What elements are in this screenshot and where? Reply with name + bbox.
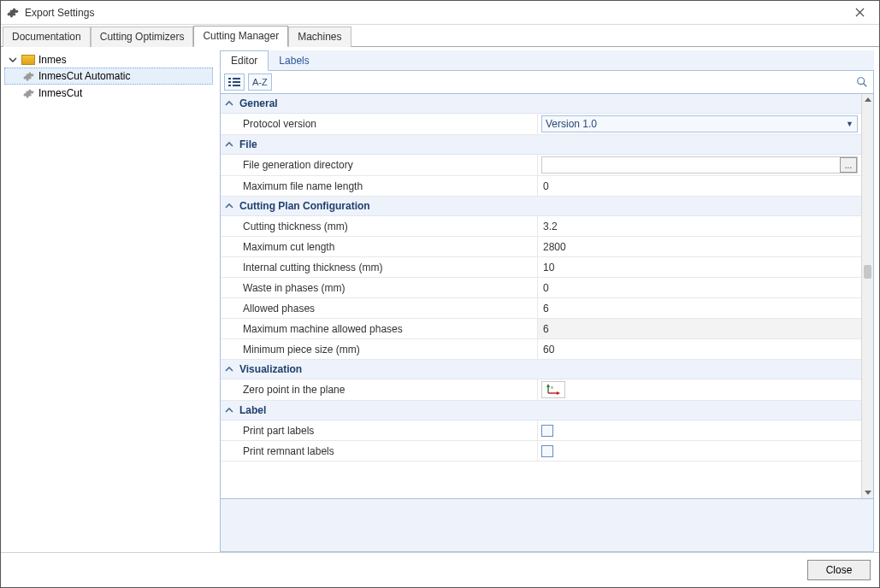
- label-print-remnant: Print remnant labels: [221, 441, 538, 461]
- main-tabs: Documentation Cutting Optimizers Cutting…: [1, 25, 879, 47]
- tab-cutting-manager[interactable]: Cutting Manager: [193, 26, 288, 47]
- tree-item-inmescut[interactable]: InmesCut: [4, 85, 213, 102]
- titlebar: Export Settings: [1, 1, 879, 25]
- section-title: General: [239, 97, 278, 109]
- svg-rect-3: [233, 81, 240, 83]
- row-print-part-labels: Print part labels: [221, 420, 861, 441]
- sidebar: Inmes InmesCut Automatic InmesCut: [1, 47, 216, 552]
- row-print-remnant-labels: Print remnant labels: [221, 441, 861, 462]
- section-general[interactable]: General: [221, 94, 861, 114]
- scrollbar-thumb[interactable]: [864, 265, 871, 279]
- label-max-filename: Maximum file name length: [221, 176, 538, 196]
- label-waste-phases: Waste in phases (mm): [221, 278, 538, 297]
- chevron-up-icon: [224, 405, 234, 415]
- section-cutting-plan[interactable]: Cutting Plan Configuration: [221, 197, 861, 216]
- tab-documentation[interactable]: Documentation: [3, 26, 91, 47]
- svg-marker-11: [557, 391, 560, 395]
- row-allowed-phases: Allowed phases: [221, 298, 861, 319]
- editor-panel: Editor Labels A-Z: [216, 47, 879, 552]
- inner-tab-editor[interactable]: Editor: [220, 50, 269, 71]
- search-icon: [856, 76, 870, 88]
- input-allowed-phases[interactable]: [541, 301, 858, 316]
- tab-machines[interactable]: Machines: [288, 26, 351, 47]
- svg-marker-9: [546, 384, 550, 387]
- chevron-up-icon: [224, 98, 234, 109]
- section-visualization[interactable]: Visualization: [221, 360, 861, 379]
- gear-icon: [21, 86, 35, 100]
- property-description-panel: [220, 499, 874, 552]
- section-title: Cutting Plan Configuration: [239, 200, 370, 212]
- chevron-up-icon: [224, 201, 234, 211]
- browse-button[interactable]: ...: [840, 157, 857, 173]
- tab-cutting-optimizers[interactable]: Cutting Optimizers: [91, 26, 194, 47]
- svg-line-7: [864, 84, 867, 87]
- categorized-view-button[interactable]: [224, 74, 245, 91]
- svg-point-6: [858, 78, 865, 85]
- label-max-machine-phases: Maximum machine allowed phases: [221, 319, 538, 338]
- gear-icon: [6, 6, 20, 20]
- checkbox-print-remnant[interactable]: [541, 445, 553, 457]
- zero-point-picker[interactable]: x: [541, 381, 565, 398]
- input-max-machine-phases: [541, 321, 858, 337]
- input-internal-thickness[interactable]: [541, 260, 858, 275]
- row-cutting-thickness: Cutting thickness (mm): [221, 216, 861, 237]
- label-cutting-thickness: Cutting thickness (mm): [221, 216, 538, 236]
- input-cutting-thickness[interactable]: [541, 219, 858, 234]
- row-internal-thickness: Internal cutting thickness (mm): [221, 257, 861, 278]
- row-protocol-version: Protocol version Version 1.0 ▼: [221, 114, 861, 135]
- tree-root-label: Inmes: [38, 54, 67, 66]
- chevron-down-icon: ▼: [846, 120, 853, 128]
- tree-item-inmescut-automatic[interactable]: InmesCut Automatic: [4, 68, 213, 85]
- row-max-cut-length: Maximum cut length: [221, 237, 861, 257]
- svg-rect-0: [228, 78, 231, 79]
- input-waste-phases[interactable]: [541, 280, 858, 296]
- section-label[interactable]: Label: [221, 401, 861, 420]
- brand-icon: [21, 55, 35, 65]
- row-max-machine-phases: Maximum machine allowed phases: [221, 319, 861, 339]
- vertical-scrollbar[interactable]: [861, 94, 873, 498]
- close-button[interactable]: Close: [807, 560, 871, 580]
- input-max-filename[interactable]: [541, 179, 858, 194]
- gear-icon: [21, 69, 35, 83]
- chevron-up-icon: [224, 364, 234, 374]
- collapse-icon[interactable]: [8, 55, 18, 65]
- file-directory-text[interactable]: [542, 157, 840, 173]
- dropdown-protocol-version[interactable]: Version 1.0 ▼: [541, 115, 858, 132]
- section-title: Label: [239, 404, 266, 416]
- label-allowed-phases: Allowed phases: [221, 298, 538, 318]
- input-min-piece-size[interactable]: [541, 342, 858, 357]
- dropdown-value: Version 1.0: [546, 118, 597, 130]
- window-close-button[interactable]: [842, 2, 877, 24]
- svg-rect-5: [233, 85, 240, 86]
- chevron-up-icon: [224, 139, 234, 150]
- svg-rect-2: [228, 81, 231, 83]
- inner-tabs: Editor Labels: [220, 50, 874, 71]
- label-zero-point: Zero point in the plane: [221, 379, 538, 400]
- svg-rect-4: [228, 85, 231, 86]
- row-file-directory: File generation directory ...: [221, 155, 861, 176]
- section-title: Visualization: [239, 363, 302, 375]
- inner-tab-labels[interactable]: Labels: [269, 51, 319, 70]
- alphabetical-view-button[interactable]: A-Z: [248, 74, 272, 91]
- property-toolbar: A-Z: [220, 71, 874, 94]
- input-file-directory[interactable]: ...: [541, 156, 858, 173]
- checkbox-print-part[interactable]: [541, 425, 553, 437]
- section-file[interactable]: File: [221, 135, 861, 155]
- label-max-cut-length: Maximum cut length: [221, 237, 538, 256]
- main-area: Inmes InmesCut Automatic InmesCut Editor…: [1, 47, 879, 552]
- input-max-cut-length[interactable]: [541, 239, 858, 255]
- tree-item-label: InmesCut Automatic: [38, 70, 130, 82]
- row-min-piece-size: Minimum piece size (mm): [221, 339, 861, 360]
- label-file-directory: File generation directory: [221, 155, 538, 175]
- property-grid: General Protocol version Version 1.0 ▼ F…: [221, 94, 861, 498]
- svg-text:x: x: [551, 385, 553, 390]
- tree-root-inmes[interactable]: Inmes: [4, 52, 213, 68]
- label-print-part: Print part labels: [221, 420, 538, 440]
- label-internal-thickness: Internal cutting thickness (mm): [221, 257, 538, 277]
- window-title: Export Settings: [25, 7, 842, 19]
- property-search[interactable]: [275, 74, 870, 91]
- row-waste-phases: Waste in phases (mm): [221, 278, 861, 298]
- svg-rect-1: [233, 78, 240, 79]
- tree-item-label: InmesCut: [38, 87, 82, 99]
- dialog-footer: Close: [1, 552, 879, 587]
